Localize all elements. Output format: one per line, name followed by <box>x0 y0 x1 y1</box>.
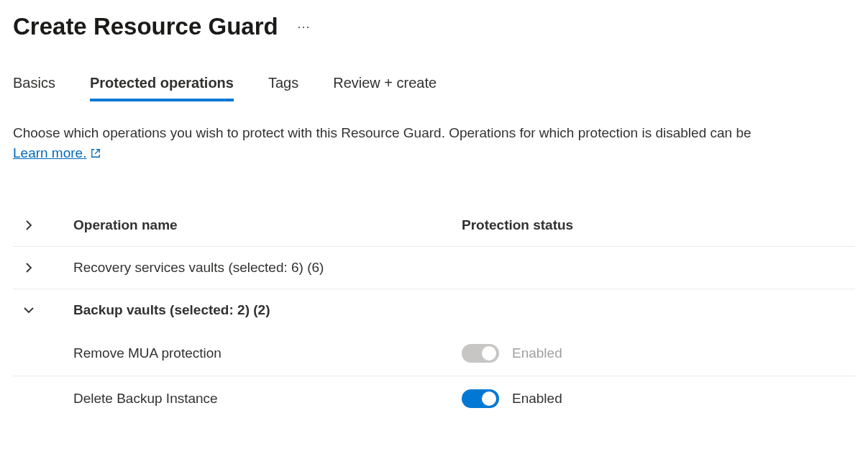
learn-more-link[interactable]: Learn more. <box>13 145 101 161</box>
status-text: Enabled <box>512 345 562 361</box>
page-title: Create Resource Guard <box>13 13 278 40</box>
learn-more-label: Learn more. <box>13 145 86 161</box>
group-row-recovery-services[interactable]: Recovery services vaults (selected: 6) (… <box>13 247 855 289</box>
col-header-status: Protection status <box>462 217 855 233</box>
description-text: Choose which operations you wish to prot… <box>13 123 855 144</box>
tab-basics[interactable]: Basics <box>13 75 55 101</box>
col-header-name: Operation name <box>73 217 462 233</box>
tabs: Basics Protected operations Tags Review … <box>13 75 855 101</box>
operation-label: Remove MUA protection <box>73 345 462 361</box>
tab-review-create[interactable]: Review + create <box>333 75 437 101</box>
group-row-backup-vaults[interactable]: Backup vaults (selected: 2) (2) <box>13 289 855 331</box>
chevron-right-icon[interactable] <box>23 219 35 231</box>
toggle-delete-backup[interactable] <box>462 389 499 408</box>
operation-row-delete-backup: Delete Backup Instance Enabled <box>13 376 855 421</box>
tab-protected-operations[interactable]: Protected operations <box>90 75 234 101</box>
tab-tags[interactable]: Tags <box>268 75 298 101</box>
external-link-icon <box>91 148 101 158</box>
table-header-row: Operation name Protection status <box>13 204 855 247</box>
more-icon[interactable]: ⋯ <box>297 19 311 35</box>
toggle-remove-mua[interactable] <box>462 344 499 363</box>
group-label: Recovery services vaults (selected: 6) (… <box>73 260 462 276</box>
operations-table: Operation name Protection status Recover… <box>13 204 855 421</box>
operation-row-remove-mua: Remove MUA protection Enabled <box>13 331 855 376</box>
status-text: Enabled <box>512 391 562 407</box>
chevron-down-icon[interactable] <box>23 304 35 316</box>
chevron-right-icon[interactable] <box>23 262 35 273</box>
operation-label: Delete Backup Instance <box>73 391 462 407</box>
group-label: Backup vaults (selected: 2) (2) <box>73 302 462 318</box>
